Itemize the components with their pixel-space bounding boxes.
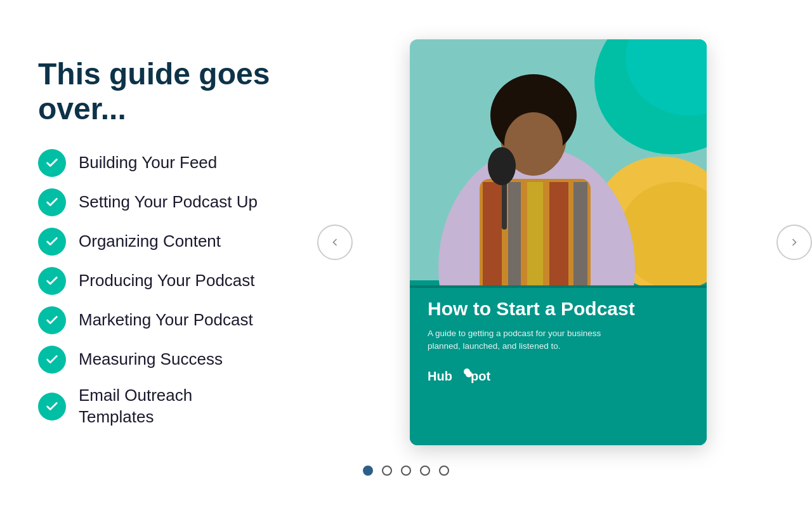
list-item: Email OutreachTemplates — [38, 385, 317, 428]
list-item: Setting Your Podcast Up — [38, 188, 317, 216]
svg-rect-12 — [483, 182, 502, 290]
svg-text:Hub: Hub — [428, 369, 452, 383]
svg-text:A guide to getting a podcast f: A guide to getting a podcast for your bu… — [428, 329, 601, 338]
previous-button[interactable] — [317, 225, 353, 260]
check-icon-1 — [38, 149, 66, 177]
list-item-label: Measuring Success — [79, 349, 223, 370]
svg-text:planned, launched, and listene: planned, launched, and listened to. — [428, 341, 560, 351]
list-item: Building Your Feed — [38, 149, 317, 177]
check-icon-4 — [38, 267, 66, 295]
checklist: Building Your Feed Setting Your Podcast … — [38, 149, 317, 428]
list-item-label: Producing Your Podcast — [79, 270, 255, 292]
left-panel: This guide goes over... Building Your Fe… — [38, 56, 343, 428]
svg-text:How to Start a Podcast: How to Start a Podcast — [428, 298, 635, 319]
pagination-dots — [363, 466, 449, 476]
list-item-label: Setting Your Podcast Up — [79, 192, 258, 213]
dot-4[interactable] — [420, 466, 430, 476]
main-container: This guide goes over... Building Your Fe… — [38, 39, 774, 445]
dot-1[interactable] — [363, 466, 373, 476]
check-icon-5 — [38, 306, 66, 334]
check-icon-6 — [38, 346, 66, 374]
list-item-label: Building Your Feed — [79, 152, 217, 174]
next-button[interactable] — [776, 225, 812, 260]
list-item: Producing Your Podcast — [38, 267, 317, 295]
svg-rect-14 — [527, 182, 543, 290]
svg-rect-20 — [410, 285, 707, 288]
dot-2[interactable] — [382, 466, 392, 476]
svg-rect-15 — [549, 182, 568, 290]
check-icon-7 — [38, 393, 66, 420]
list-item: Organizing Content — [38, 228, 317, 256]
list-item-label: Email OutreachTemplates — [79, 385, 192, 428]
check-icon-2 — [38, 188, 66, 216]
svg-point-18 — [488, 147, 516, 185]
check-icon-3 — [38, 228, 66, 256]
svg-text:pot: pot — [471, 369, 490, 383]
list-item-label: Marketing Your Podcast — [79, 310, 253, 331]
svg-rect-13 — [508, 182, 521, 290]
dot-5[interactable] — [439, 466, 449, 476]
svg-rect-16 — [573, 182, 587, 290]
list-item: Marketing Your Podcast — [38, 306, 317, 334]
right-panel: How to Start a Podcast A guide to gettin… — [343, 39, 774, 445]
list-item: Measuring Success — [38, 346, 317, 374]
dot-3[interactable] — [401, 466, 411, 476]
svg-point-27 — [464, 368, 470, 375]
book-cover: How to Start a Podcast A guide to gettin… — [410, 39, 707, 445]
list-item-label: Organizing Content — [79, 231, 221, 252]
main-heading: This guide goes over... — [38, 56, 317, 126]
